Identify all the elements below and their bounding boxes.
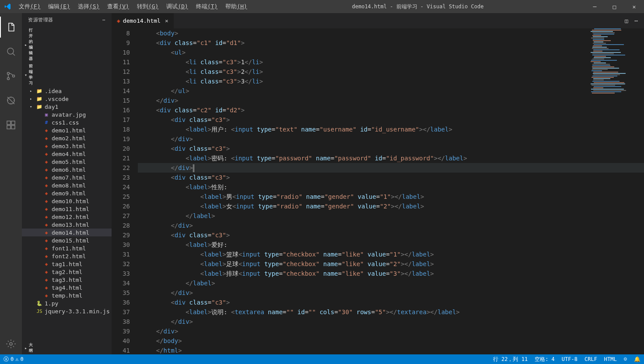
file-node[interactable]: ◈tag4.html bbox=[22, 284, 112, 291]
file-node[interactable]: #css1.css bbox=[22, 118, 112, 126]
file-node[interactable]: JSjquery-3.3.1.min.js bbox=[22, 307, 112, 315]
menu-item[interactable]: 调试(D) bbox=[163, 1, 191, 12]
html5-icon: ◈ bbox=[43, 276, 50, 283]
file-label: jquery-3.3.1.min.js bbox=[45, 308, 110, 315]
indentation-status[interactable]: 空格: 4 bbox=[531, 356, 558, 363]
html5-icon: ◈ bbox=[43, 190, 50, 197]
svg-point-3 bbox=[13, 75, 15, 77]
more-icon[interactable]: ⋯ bbox=[102, 17, 105, 23]
menu-item[interactable]: 帮助(H) bbox=[222, 1, 250, 12]
settings-gear-icon[interactable] bbox=[0, 333, 22, 354]
img-icon: ▣ bbox=[43, 111, 50, 118]
tab-demo14[interactable]: ◈ demo14.html × bbox=[112, 13, 174, 28]
html5-icon: ◈ bbox=[43, 237, 50, 244]
outline-header[interactable]: 大纲 bbox=[22, 341, 27, 354]
eol-status[interactable]: CRLF bbox=[581, 356, 601, 363]
file-label: demo1.html bbox=[52, 127, 86, 134]
source-control-icon[interactable] bbox=[0, 66, 22, 87]
file-label: demo14.html bbox=[52, 229, 89, 236]
file-label: demo11.html bbox=[52, 206, 89, 212]
maximize-button[interactable]: □ bbox=[605, 0, 624, 13]
html5-icon: ◈ bbox=[43, 135, 50, 142]
file-label: demo6.html bbox=[52, 166, 86, 173]
file-node[interactable]: ◈demo2.html bbox=[22, 134, 112, 142]
menu-item[interactable]: 转到(G) bbox=[133, 1, 162, 12]
close-icon[interactable]: × bbox=[165, 17, 168, 24]
split-editor-icon[interactable]: ◫ bbox=[625, 17, 628, 24]
feedback-icon[interactable]: ☺ bbox=[620, 356, 630, 363]
file-label: demo7.html bbox=[52, 174, 86, 181]
debug-icon[interactable] bbox=[0, 90, 22, 111]
file-node[interactable]: ◈demo5.html bbox=[22, 158, 112, 166]
html5-icon: ◈ bbox=[43, 150, 50, 157]
editor-area: ◈ demo14.html × ◫ ⋯ 89101112131415161718… bbox=[112, 13, 644, 354]
html5-icon: ◈ bbox=[43, 205, 50, 212]
language-status[interactable]: HTML bbox=[601, 356, 620, 363]
error-icon: ⓧ bbox=[4, 356, 9, 363]
encoding-status[interactable]: UTF-8 bbox=[558, 356, 581, 363]
file-node[interactable]: ◈demo7.html bbox=[22, 173, 112, 181]
file-node[interactable]: ◈demo15.html bbox=[22, 236, 112, 244]
cursor-position[interactable]: 行 22，列 11 bbox=[490, 356, 531, 363]
line-gutter: 8910111213141516171819202122232425262728… bbox=[112, 28, 138, 354]
file-node[interactable]: ◈demo6.html bbox=[22, 166, 112, 173]
editor-tabs: ◈ demo14.html × ◫ ⋯ bbox=[112, 13, 644, 28]
file-node[interactable]: ◈temp.html bbox=[22, 291, 112, 299]
file-node[interactable]: ◈demo8.html bbox=[22, 181, 112, 189]
menu-item[interactable]: 文件(F) bbox=[15, 1, 44, 12]
code-editor[interactable]: 8910111213141516171819202122232425262728… bbox=[112, 28, 644, 354]
search-icon[interactable] bbox=[0, 41, 22, 62]
file-node[interactable]: ◈demo4.html bbox=[22, 150, 112, 158]
file-node[interactable]: ◈demo11.html bbox=[22, 205, 112, 213]
explorer-title: 资源管理器 bbox=[28, 17, 53, 23]
file-node[interactable]: ◈demo3.html bbox=[22, 142, 112, 150]
code-body[interactable]: <body> <div class="c1" id="d1"> <ul> <li… bbox=[138, 28, 644, 354]
file-node[interactable]: ▣avatar.jpg bbox=[22, 111, 112, 118]
file-node[interactable]: 🐍1.py bbox=[22, 299, 112, 307]
file-node[interactable]: ◈tag1.html bbox=[22, 260, 112, 268]
svg-rect-5 bbox=[7, 121, 10, 125]
project-header[interactable]: 前端学习 bbox=[22, 62, 27, 87]
menu-item[interactable]: 查看(V) bbox=[104, 1, 132, 12]
more-actions-icon[interactable]: ⋯ bbox=[634, 17, 638, 24]
file-node[interactable]: ◈font1.html bbox=[22, 244, 112, 252]
svg-point-9 bbox=[10, 343, 12, 345]
folder-node[interactable]: ▾📁day1 bbox=[22, 103, 112, 111]
file-label: demo2.html bbox=[52, 135, 86, 142]
file-label: .idea bbox=[45, 88, 62, 94]
file-label: day1 bbox=[45, 104, 58, 110]
menu-item[interactable]: 选择(S) bbox=[74, 1, 103, 12]
file-node[interactable]: ◈demo10.html bbox=[22, 197, 112, 205]
file-label: demo10.html bbox=[52, 198, 89, 205]
svg-point-0 bbox=[7, 48, 14, 54]
file-node[interactable]: ◈demo1.html bbox=[22, 126, 112, 134]
file-node[interactable]: ◈demo12.html bbox=[22, 213, 112, 221]
minimize-button[interactable]: ─ bbox=[585, 0, 605, 13]
tab-label: demo14.html bbox=[123, 17, 161, 24]
file-node[interactable]: ◈tag3.html bbox=[22, 276, 112, 284]
file-label: font2.html bbox=[52, 253, 86, 260]
extensions-icon[interactable] bbox=[0, 114, 22, 135]
explorer-icon[interactable] bbox=[0, 17, 22, 38]
html5-icon: ◈ bbox=[43, 260, 50, 267]
file-node[interactable]: ◈tag2.html bbox=[22, 268, 112, 276]
file-label: demo4.html bbox=[52, 151, 86, 157]
svg-point-1 bbox=[7, 73, 10, 75]
menu-item[interactable]: 编辑(E) bbox=[45, 1, 73, 12]
html5-icon: ◈ bbox=[43, 268, 50, 275]
menu-item[interactable]: 终端(T) bbox=[192, 1, 221, 12]
file-node[interactable]: ◈demo13.html bbox=[22, 221, 112, 229]
folder-node[interactable]: ▸📁.idea bbox=[22, 87, 112, 95]
problems-status[interactable]: ⓧ0⚠0 bbox=[0, 356, 27, 363]
notifications-icon[interactable]: 🔔 bbox=[630, 356, 644, 363]
file-node[interactable]: ◈demo9.html bbox=[22, 189, 112, 197]
window-title: demo14.html - 前端学习 - Visual Studio Code bbox=[251, 3, 585, 10]
file-label: demo15.html bbox=[52, 237, 89, 244]
file-node[interactable]: ◈demo14.html bbox=[22, 229, 112, 236]
open-editors-header[interactable]: 打开的编辑器 bbox=[22, 27, 27, 62]
file-node[interactable]: ◈font2.html bbox=[22, 252, 112, 260]
folder-node[interactable]: ▸📁.vscode bbox=[22, 95, 112, 103]
menu-bar: 文件(F)编辑(E)选择(S)查看(V)转到(G)调试(D)终端(T)帮助(H) bbox=[15, 1, 251, 12]
html5-icon: ◈ bbox=[43, 229, 50, 236]
close-button[interactable]: ✕ bbox=[624, 0, 644, 13]
